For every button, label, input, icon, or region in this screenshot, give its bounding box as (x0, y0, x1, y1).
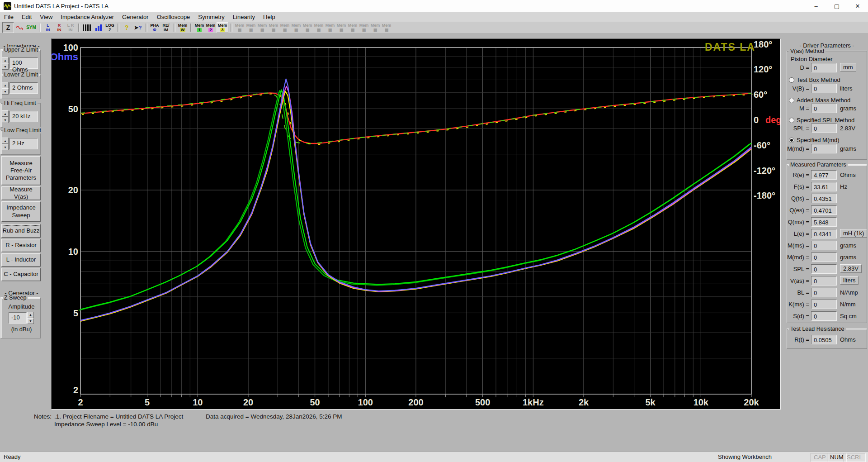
spin-up-icon[interactable]: ▲ (2, 57, 9, 63)
impedance-sweep-button[interactable]: Impedance Sweep (1, 201, 41, 222)
log-scale-button[interactable]: LOGZ (104, 23, 115, 33)
phase-tick-180: 180° (754, 39, 772, 49)
close-button[interactable]: ✕ (847, 0, 868, 12)
help-button[interactable]: ? (121, 23, 132, 33)
menu-file[interactable]: File (0, 12, 18, 22)
menu-symmetry[interactable]: Symmetry (194, 12, 229, 22)
radio-label: Test Box Method (797, 76, 840, 83)
measure-free-air-parameters-button[interactable]: Measure Free-Air Parameters (1, 156, 41, 185)
limit-spinner[interactable]: ▲▼ (2, 57, 9, 70)
test-box-method-radio[interactable] (789, 77, 794, 83)
limit-value-input[interactable]: 100 Ohms (9, 57, 38, 69)
measured-mms-input[interactable]: 0 (811, 241, 837, 250)
vas-row-1-input[interactable]: 0 (811, 63, 837, 72)
measured-bl-input[interactable]: 0 (811, 288, 837, 297)
limit-value-input[interactable]: 2 Hz (9, 138, 38, 149)
spin-up-icon[interactable]: ▲ (2, 110, 9, 117)
impedance-z-button[interactable]: Z (2, 22, 14, 33)
vas-row-7-input[interactable]: 0 (811, 124, 837, 133)
c-capacitor-button[interactable]: C - Capacitor (1, 268, 41, 281)
notes-label: Notes: (34, 413, 52, 420)
spectrum-bars-button[interactable] (93, 23, 104, 33)
measure-v-as--button[interactable]: Measure V(as) (1, 186, 41, 200)
chart-watermark: DATS LA (705, 41, 755, 53)
right-input-button[interactable]: RIN (54, 23, 65, 33)
limit-value-input[interactable]: 2 Ohms (9, 82, 38, 94)
measured-vas-input[interactable]: 0 (811, 276, 837, 286)
vas-row-9-input[interactable]: 0 (811, 144, 837, 153)
limit-spinner[interactable]: ▲▼ (2, 82, 9, 95)
maximize-button[interactable]: ▢ (826, 0, 847, 12)
menu-linearity[interactable]: Linearity (229, 12, 259, 22)
vas-row-3-input[interactable]: 0 (811, 84, 837, 93)
menu-oscilloscope[interactable]: Oscilloscope (153, 12, 194, 22)
menu-help[interactable]: Help (259, 12, 279, 22)
measured-vas-unit[interactable]: liters (840, 276, 859, 285)
measured-spl-input[interactable]: 0 (811, 264, 837, 274)
spin-up-icon[interactable]: ▲ (2, 82, 9, 88)
rub-and-buzz-button[interactable]: Rub and Buzz (1, 224, 41, 238)
context-help-button[interactable]: ➤? (132, 23, 143, 33)
limit-spinner[interactable]: ▲▼ (2, 110, 9, 123)
x-axis-tick-10: 10 (193, 397, 203, 407)
memory-2-button[interactable]: Mem2 (205, 23, 216, 33)
memory-3-button[interactable]: Mem3 (217, 22, 228, 33)
menu-impedance-analyzer[interactable]: Impedance Analyzer (57, 12, 118, 22)
spin-up-icon[interactable]: ▲ (2, 138, 9, 144)
test-lead-rt-input[interactable]: 0.0505 (811, 335, 837, 344)
impulse-bars-button[interactable] (82, 23, 93, 33)
measured-fs-input[interactable]: 33.61 (811, 182, 837, 191)
left-right-input-button: L RIN (65, 23, 76, 33)
sine-generator-button[interactable] (14, 23, 25, 33)
l-inductor-button[interactable]: L - Inductor (1, 253, 41, 267)
spin-down-icon[interactable]: ▼ (27, 318, 34, 324)
menu-view[interactable]: View (36, 12, 57, 22)
real-imaginary-button[interactable]: RE/IM (160, 23, 171, 33)
measured-qts-input[interactable]: 0.4351 (811, 194, 837, 203)
menu-generator[interactable]: Generator (118, 12, 153, 22)
measured-qms-input[interactable]: 5.848 (811, 217, 837, 227)
phase-button[interactable]: PHAΦ (149, 23, 160, 33)
spin-down-icon[interactable]: ▼ (2, 88, 9, 95)
measured-le-label: L(e) = (769, 230, 809, 237)
spin-down-icon[interactable]: ▼ (2, 63, 9, 70)
measured-le-input[interactable]: 0.4341 (811, 229, 837, 238)
memory-1-button[interactable]: Mem1 (194, 23, 205, 33)
measured-kms-unit: N/mm (840, 301, 856, 308)
spin-up-icon[interactable]: ▲ (27, 312, 34, 318)
menu-edit[interactable]: Edit (18, 12, 36, 22)
spin-down-icon[interactable]: ▼ (2, 117, 9, 123)
x-axis-tick-5k: 5k (646, 397, 656, 407)
impedance-chart[interactable]: 10050201052Ohms180°120°60°0deg-60°-120°-… (51, 38, 781, 410)
specified-m-md--radio[interactable] (789, 138, 794, 143)
vas-row-5-input[interactable]: 0 (811, 104, 837, 113)
measured-bl-unit: N/Amp (840, 289, 858, 296)
specified-spl-method-radio[interactable] (789, 118, 794, 123)
measured-re-input[interactable]: 4.977 (811, 170, 837, 180)
measured-spl-unit[interactable]: 2.83V (840, 264, 862, 273)
measured-sd-label: S(d) = (769, 313, 809, 319)
status-bar: Ready Showing Workbench CAPNUMSCRL (0, 451, 868, 462)
limit-value-input[interactable]: 20 kHz (9, 111, 38, 122)
added-mass-method-radio[interactable] (789, 98, 794, 103)
x-axis-tick-200: 200 (408, 397, 423, 407)
measured-qes-input[interactable]: 0.4701 (811, 205, 837, 215)
vas-row-1-unit[interactable]: mm (840, 63, 856, 71)
toolbar-separator (190, 24, 192, 32)
measured-mmd-input[interactable]: 0 (811, 252, 837, 262)
limit-spinner[interactable]: ▲▼ (2, 138, 9, 150)
minimize-button[interactable]: – (806, 0, 826, 12)
left-input-button[interactable]: LIN (42, 23, 53, 33)
spin-down-icon[interactable]: ▼ (2, 144, 9, 150)
z-sweep-title: Z Sweep (3, 295, 28, 301)
memory-w-button[interactable]: MemW (177, 23, 188, 33)
r-resistor-button[interactable]: R - Resistor (1, 239, 41, 252)
amplitude-spinner[interactable]: ▲▼ (27, 312, 34, 324)
amplitude-input[interactable]: -10 (9, 312, 27, 324)
vas-row-3-unit: liters (840, 85, 852, 92)
measured-sd-input[interactable]: 0 (811, 311, 837, 321)
measured-le-unit[interactable]: mH (1k) (840, 229, 867, 238)
measured-sd-unit: Sq cm (840, 313, 857, 319)
symmetry-button[interactable]: SYM (26, 23, 37, 33)
measured-kms-input[interactable]: 0 (811, 300, 837, 309)
